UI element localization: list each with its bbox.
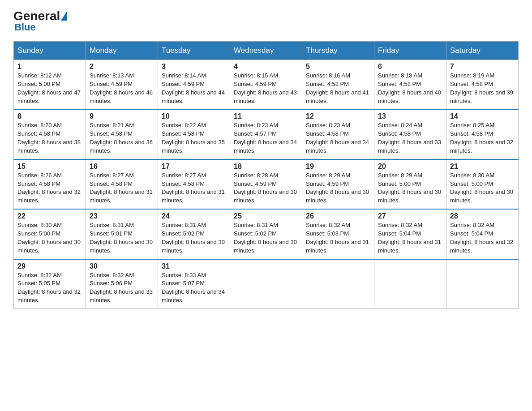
day-info: Sunrise: 8:31 AMSunset: 5:02 PMDaylight:… xyxy=(162,221,226,255)
day-number: 15 xyxy=(17,163,82,171)
calendar-cell: 3Sunrise: 8:14 AMSunset: 4:59 PMDaylight… xyxy=(158,60,230,110)
day-info: Sunrise: 8:30 AMSunset: 5:00 PMDaylight:… xyxy=(17,221,82,255)
day-info: Sunrise: 8:14 AMSunset: 4:59 PMDaylight:… xyxy=(162,72,226,105)
day-number: 23 xyxy=(90,212,154,220)
calendar-cell: 2Sunrise: 8:13 AMSunset: 4:59 PMDaylight… xyxy=(86,60,158,110)
page-header: General Blue xyxy=(13,9,519,33)
day-number: 10 xyxy=(162,112,226,120)
calendar-cell: 18Sunrise: 8:28 AMSunset: 4:59 PMDayligh… xyxy=(230,159,302,209)
logo-blue-text: Blue xyxy=(14,21,36,33)
day-info: Sunrise: 8:22 AMSunset: 4:58 PMDaylight:… xyxy=(162,121,226,155)
calendar-cell: 15Sunrise: 8:26 AMSunset: 4:58 PMDayligh… xyxy=(14,159,86,209)
calendar-cell xyxy=(302,259,374,309)
calendar-cell: 25Sunrise: 8:31 AMSunset: 5:02 PMDayligh… xyxy=(230,209,302,259)
day-info: Sunrise: 8:32 AMSunset: 5:04 PMDaylight:… xyxy=(450,221,515,255)
day-number: 2 xyxy=(90,63,154,71)
weekday-header-wednesday: Wednesday xyxy=(230,42,302,60)
calendar-week-3: 15Sunrise: 8:26 AMSunset: 4:58 PMDayligh… xyxy=(14,159,519,209)
weekday-header-friday: Friday xyxy=(374,42,446,60)
day-number: 17 xyxy=(162,163,226,171)
calendar-cell: 29Sunrise: 8:32 AMSunset: 5:05 PMDayligh… xyxy=(14,259,86,309)
calendar-cell: 27Sunrise: 8:32 AMSunset: 5:04 PMDayligh… xyxy=(374,209,446,259)
day-number: 9 xyxy=(90,112,154,120)
day-number: 11 xyxy=(234,112,298,120)
calendar-cell: 30Sunrise: 8:32 AMSunset: 5:06 PMDayligh… xyxy=(86,259,158,309)
day-number: 14 xyxy=(450,112,515,120)
calendar-cell: 28Sunrise: 8:32 AMSunset: 5:04 PMDayligh… xyxy=(446,209,519,259)
calendar-cell: 13Sunrise: 8:24 AMSunset: 4:58 PMDayligh… xyxy=(374,109,446,159)
calendar-week-5: 29Sunrise: 8:32 AMSunset: 5:05 PMDayligh… xyxy=(14,259,519,309)
day-number: 6 xyxy=(378,63,442,71)
day-info: Sunrise: 8:21 AMSunset: 4:58 PMDaylight:… xyxy=(90,121,154,155)
day-number: 5 xyxy=(306,63,370,71)
calendar-cell: 10Sunrise: 8:22 AMSunset: 4:58 PMDayligh… xyxy=(158,109,230,159)
calendar-cell: 31Sunrise: 8:33 AMSunset: 5:07 PMDayligh… xyxy=(158,259,230,309)
weekday-header-saturday: Saturday xyxy=(446,42,519,60)
calendar-cell xyxy=(374,259,446,309)
day-number: 30 xyxy=(90,262,154,270)
day-info: Sunrise: 8:25 AMSunset: 4:58 PMDaylight:… xyxy=(450,121,515,155)
calendar-cell: 20Sunrise: 8:29 AMSunset: 5:00 PMDayligh… xyxy=(374,159,446,209)
day-info: Sunrise: 8:30 AMSunset: 5:00 PMDaylight:… xyxy=(450,171,515,205)
day-info: Sunrise: 8:15 AMSunset: 4:59 PMDaylight:… xyxy=(234,72,298,105)
day-number: 18 xyxy=(234,163,298,171)
calendar-cell xyxy=(446,259,519,309)
day-number: 20 xyxy=(378,163,442,171)
calendar-cell: 23Sunrise: 8:31 AMSunset: 5:01 PMDayligh… xyxy=(86,209,158,259)
day-number: 28 xyxy=(450,212,515,220)
day-number: 31 xyxy=(162,262,226,270)
day-info: Sunrise: 8:32 AMSunset: 5:06 PMDaylight:… xyxy=(90,271,154,305)
calendar-week-2: 8Sunrise: 8:20 AMSunset: 4:58 PMDaylight… xyxy=(14,109,519,159)
day-number: 26 xyxy=(306,212,370,220)
weekday-header-row: SundayMondayTuesdayWednesdayThursdayFrid… xyxy=(14,42,519,60)
day-number: 24 xyxy=(162,212,226,220)
calendar-week-4: 22Sunrise: 8:30 AMSunset: 5:00 PMDayligh… xyxy=(14,209,519,259)
calendar-week-1: 1Sunrise: 8:12 AMSunset: 5:00 PMDaylight… xyxy=(14,60,519,110)
day-info: Sunrise: 8:23 AMSunset: 4:57 PMDaylight:… xyxy=(234,121,298,155)
logo-triangle-icon xyxy=(61,11,67,21)
day-info: Sunrise: 8:27 AMSunset: 4:58 PMDaylight:… xyxy=(90,171,154,205)
day-number: 22 xyxy=(17,212,82,220)
calendar-cell: 7Sunrise: 8:19 AMSunset: 4:58 PMDaylight… xyxy=(446,60,519,110)
day-number: 21 xyxy=(450,163,515,171)
day-number: 7 xyxy=(450,63,515,71)
day-info: Sunrise: 8:32 AMSunset: 5:03 PMDaylight:… xyxy=(306,221,370,255)
day-info: Sunrise: 8:24 AMSunset: 4:58 PMDaylight:… xyxy=(378,121,442,155)
day-info: Sunrise: 8:32 AMSunset: 5:05 PMDaylight:… xyxy=(17,271,82,305)
day-number: 12 xyxy=(306,112,370,120)
calendar-cell: 11Sunrise: 8:23 AMSunset: 4:57 PMDayligh… xyxy=(230,109,302,159)
day-info: Sunrise: 8:12 AMSunset: 5:00 PMDaylight:… xyxy=(17,72,82,105)
day-info: Sunrise: 8:29 AMSunset: 4:59 PMDaylight:… xyxy=(306,171,370,205)
calendar-cell: 26Sunrise: 8:32 AMSunset: 5:03 PMDayligh… xyxy=(302,209,374,259)
day-number: 29 xyxy=(17,262,82,270)
day-info: Sunrise: 8:26 AMSunset: 4:58 PMDaylight:… xyxy=(17,171,82,205)
day-info: Sunrise: 8:28 AMSunset: 4:59 PMDaylight:… xyxy=(234,171,298,205)
day-info: Sunrise: 8:13 AMSunset: 4:59 PMDaylight:… xyxy=(90,72,154,105)
day-number: 25 xyxy=(234,212,298,220)
day-number: 3 xyxy=(162,63,226,71)
day-info: Sunrise: 8:33 AMSunset: 5:07 PMDaylight:… xyxy=(162,271,226,305)
calendar-cell: 12Sunrise: 8:23 AMSunset: 4:58 PMDayligh… xyxy=(302,109,374,159)
day-info: Sunrise: 8:29 AMSunset: 5:00 PMDaylight:… xyxy=(378,171,442,205)
day-number: 13 xyxy=(378,112,442,120)
weekday-header-monday: Monday xyxy=(86,42,158,60)
calendar-cell: 9Sunrise: 8:21 AMSunset: 4:58 PMDaylight… xyxy=(86,109,158,159)
day-number: 4 xyxy=(234,63,298,71)
calendar-cell: 16Sunrise: 8:27 AMSunset: 4:58 PMDayligh… xyxy=(86,159,158,209)
day-number: 8 xyxy=(17,112,82,120)
weekday-header-thursday: Thursday xyxy=(302,42,374,60)
day-info: Sunrise: 8:23 AMSunset: 4:58 PMDaylight:… xyxy=(306,121,370,155)
calendar-cell: 14Sunrise: 8:25 AMSunset: 4:58 PMDayligh… xyxy=(446,109,519,159)
calendar-table: SundayMondayTuesdayWednesdayThursdayFrid… xyxy=(13,41,519,309)
day-number: 19 xyxy=(306,163,370,171)
day-info: Sunrise: 8:20 AMSunset: 4:58 PMDaylight:… xyxy=(17,121,82,155)
logo: General Blue xyxy=(13,9,67,33)
day-info: Sunrise: 8:16 AMSunset: 4:58 PMDaylight:… xyxy=(306,72,370,105)
calendar-cell: 17Sunrise: 8:27 AMSunset: 4:58 PMDayligh… xyxy=(158,159,230,209)
weekday-header-sunday: Sunday xyxy=(14,42,86,60)
day-info: Sunrise: 8:19 AMSunset: 4:58 PMDaylight:… xyxy=(450,72,515,105)
day-info: Sunrise: 8:18 AMSunset: 4:58 PMDaylight:… xyxy=(378,72,442,105)
weekday-header-tuesday: Tuesday xyxy=(158,42,230,60)
day-number: 1 xyxy=(17,63,82,71)
day-number: 16 xyxy=(90,163,154,171)
